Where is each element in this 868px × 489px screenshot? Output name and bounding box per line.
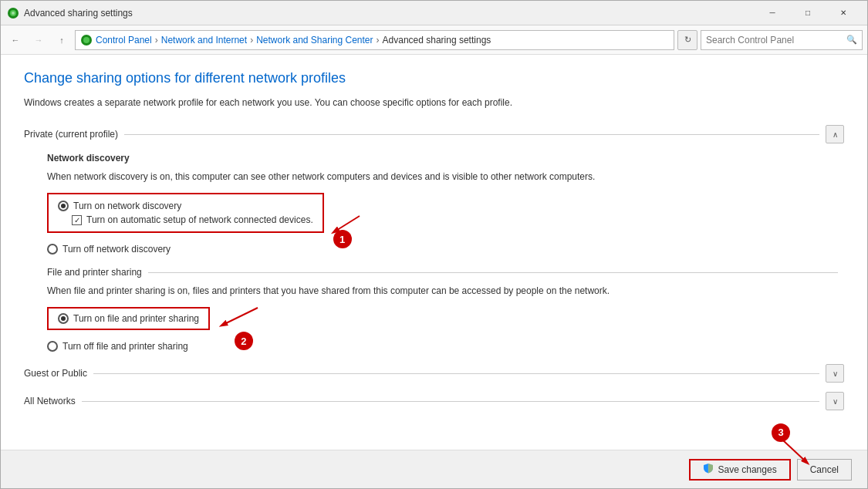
main-window: Advanced sharing settings ─ □ ✕ ← → ↑ Co…: [0, 0, 868, 489]
breadcrumb-network-internet[interactable]: Network and Internet: [161, 35, 247, 46]
network-discovery-on-row: Turn on network discovery: [58, 201, 313, 211]
file-printer-section-line: [148, 272, 838, 273]
guest-public-title: Guest or Public: [24, 368, 87, 379]
search-input[interactable]: [706, 35, 846, 46]
all-networks-section-header: All Networks ∨: [24, 392, 844, 410]
search-box: 🔍: [701, 30, 863, 50]
back-button[interactable]: ←: [5, 30, 25, 50]
file-printer-on-label: Turn on file and printer sharing: [73, 313, 199, 324]
annotation-badge-1: 1: [333, 230, 352, 248]
save-changes-label: Save changes: [718, 464, 777, 475]
page-description: Windows creates a separate network profi…: [24, 96, 844, 110]
guest-public-section: Guest or Public ∨: [24, 364, 844, 383]
private-section-toggle[interactable]: ∧: [826, 125, 844, 143]
annotation-badge-2: 2: [235, 332, 253, 350]
network-discovery-on-radio[interactable]: [58, 201, 69, 211]
up-button[interactable]: ↑: [52, 30, 72, 50]
network-discovery-description: When network discovery is on, this compu…: [47, 170, 844, 184]
forward-button[interactable]: →: [29, 30, 49, 50]
network-discovery-title: Network discovery: [47, 153, 844, 164]
auto-setup-checkbox[interactable]: ✓: [72, 215, 82, 225]
all-networks-title: All Networks: [24, 396, 76, 406]
file-printer-section-header: File and printer sharing: [47, 267, 844, 278]
auto-setup-row: ✓ Turn on automatic setup of network con…: [58, 214, 313, 225]
file-printer-off-row: Turn off file and printer sharing: [47, 341, 844, 352]
svg-point-4: [83, 37, 90, 43]
refresh-button[interactable]: ↻: [677, 30, 697, 50]
file-printer-options-box: Turn on file and printer sharing: [47, 307, 210, 330]
private-section-header: Private (current profile) ∧: [24, 125, 844, 143]
network-discovery-off-row: Turn off network discovery: [47, 244, 844, 255]
all-networks-toggle[interactable]: ∨: [826, 392, 844, 410]
titlebar: Advanced sharing settings ─ □ ✕: [1, 1, 867, 25]
guest-public-toggle[interactable]: ∨: [826, 364, 844, 383]
network-discovery-subsection: Network discovery When network discovery…: [47, 153, 844, 255]
shield-icon: [703, 463, 714, 476]
all-networks-section: All Networks ∨: [24, 392, 844, 410]
annotation-badge-3: 3: [772, 423, 790, 442]
breadcrumb-control-panel[interactable]: Control Panel: [96, 35, 152, 46]
maximize-button[interactable]: □: [790, 1, 826, 25]
guest-public-line: [93, 373, 819, 374]
private-section-title: Private (current profile): [24, 129, 118, 140]
file-printer-section-title: File and printer sharing: [47, 267, 142, 278]
auto-setup-label: Turn on automatic setup of network conne…: [86, 214, 313, 225]
save-changes-button[interactable]: Save changes: [689, 459, 791, 481]
svg-line-6: [335, 216, 360, 231]
private-section-line: [124, 134, 819, 135]
guest-public-section-header: Guest or Public ∨: [24, 364, 844, 383]
file-printer-description: When file and printer sharing is on, fil…: [47, 284, 844, 298]
titlebar-controls: ─ □ ✕: [755, 1, 861, 25]
file-printer-on-row: Turn on file and printer sharing: [58, 313, 199, 324]
minimize-button[interactable]: ─: [755, 1, 790, 25]
network-discovery-options-box: Turn on network discovery ✓ Turn on auto…: [47, 193, 324, 233]
network-discovery-off-label: Turn off network discovery: [62, 244, 171, 255]
search-icon[interactable]: 🔍: [846, 35, 857, 45]
all-networks-line: [82, 401, 819, 402]
content-wrapper: Change sharing options for different net…: [24, 70, 844, 410]
network-discovery-on-label: Turn on network discovery: [73, 201, 181, 211]
page-title: Change sharing options for different net…: [24, 70, 844, 86]
file-printer-on-radio[interactable]: [58, 313, 69, 324]
main-content: Change sharing options for different net…: [1, 55, 867, 450]
svg-point-2: [12, 12, 15, 15]
titlebar-title: Advanced sharing settings: [24, 8, 755, 19]
svg-line-8: [223, 308, 258, 325]
file-printer-sharing-subsection: File and printer sharing When file and p…: [47, 267, 844, 352]
network-discovery-off-radio[interactable]: [47, 244, 58, 255]
cancel-label: Cancel: [810, 464, 839, 475]
annotation-badge-3-container: 3: [772, 423, 790, 442]
titlebar-icon: [7, 7, 19, 19]
cancel-button[interactable]: Cancel: [797, 459, 852, 481]
addressbar: ← → ↑ Control Panel › Network and Intern…: [1, 25, 867, 55]
breadcrumb-current: Advanced sharing settings: [383, 35, 491, 46]
footer: 3: [1, 450, 867, 488]
file-printer-off-label: Turn off file and printer sharing: [62, 341, 188, 352]
breadcrumb-network-sharing-center[interactable]: Network and Sharing Center: [256, 35, 373, 46]
close-button[interactable]: ✕: [826, 1, 861, 25]
file-printer-off-radio[interactable]: [47, 341, 58, 352]
breadcrumb-bar: Control Panel › Network and Internet › N…: [75, 30, 674, 50]
